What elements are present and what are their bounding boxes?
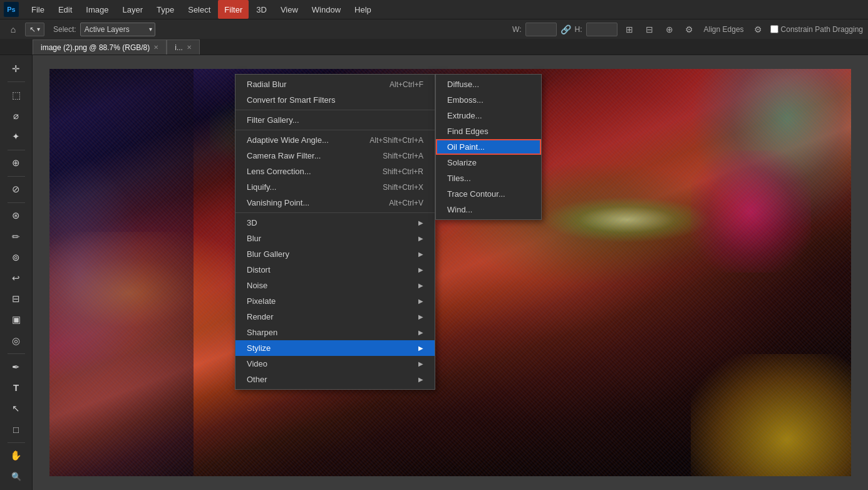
filter-distort[interactable]: Distort ▶ xyxy=(235,262,435,278)
filter-section-2: Filter Gallery... xyxy=(235,110,435,130)
options-icon-2[interactable]: ⊟ xyxy=(641,21,658,38)
crop-tool[interactable]: ⊕ xyxy=(6,154,26,173)
filter-lens-correction[interactable]: Lens Correction... Shift+Ctrl+R xyxy=(235,164,435,179)
eyedropper-tool[interactable]: ⊘ xyxy=(6,180,26,199)
hand-tool[interactable]: ✋ xyxy=(6,446,26,466)
rectangle-tool[interactable]: □ xyxy=(6,420,26,439)
filter-menu[interactable]: Radial Blur Alt+Ctrl+F Convert for Smart… xyxy=(235,74,435,390)
move-tool[interactable]: ✛ xyxy=(6,59,26,78)
w-label: W: xyxy=(512,25,521,34)
main-area: ✛ ⬚ ⌀ ✦ ⊕ ⊘ ⊛ ✏ ⊚ ↩ ⊟ ▣ ◎ ✒ T ↖ □ ✋ 🔍 xyxy=(0,55,868,490)
tool-options-arrows[interactable]: ↖ ▾ xyxy=(25,23,44,36)
app-logo: Ps xyxy=(3,1,20,18)
width-field[interactable] xyxy=(525,23,557,36)
doc-tab-1[interactable]: image (2).png @ 88.7% (RGB/8) ✕ xyxy=(33,39,167,55)
filter-video[interactable]: Video ▶ xyxy=(235,356,435,372)
filter-sharpen[interactable]: Sharpen ▶ xyxy=(235,325,435,340)
menu-file[interactable]: File xyxy=(25,0,51,19)
magic-wand-tool[interactable]: ✦ xyxy=(6,127,26,146)
filter-section-4: 3D ▶ Blur ▶ Blur Gallery ▶ Distort ▶ xyxy=(235,213,435,389)
h-label: H: xyxy=(575,25,582,34)
menu-window[interactable]: Window xyxy=(306,0,347,19)
filter-other[interactable]: Other ▶ xyxy=(235,372,435,387)
menu-edit[interactable]: Edit xyxy=(52,0,78,19)
type-tool[interactable]: T xyxy=(6,378,26,397)
zoom-tool[interactable]: 🔍 xyxy=(6,467,26,486)
filter-convert-smart[interactable]: Convert for Smart Filters xyxy=(235,92,435,108)
menu-type[interactable]: Type xyxy=(150,0,180,19)
filter-gallery[interactable]: Filter Gallery... xyxy=(235,112,435,128)
spot-healing-tool[interactable]: ⊛ xyxy=(6,206,26,226)
menu-bar: Ps File Edit Image Layer Type Select Fil… xyxy=(0,0,868,19)
pen-tool[interactable]: ✒ xyxy=(6,357,26,377)
stylize-oil-paint[interactable]: Oil Paint... xyxy=(436,139,541,155)
stylize-wind[interactable]: Wind... xyxy=(436,202,541,217)
filter-3d[interactable]: 3D ▶ xyxy=(235,215,435,231)
gradient-tool[interactable]: ▣ xyxy=(6,310,26,330)
filter-section-1: Radial Blur Alt+Ctrl+F Convert for Smart… xyxy=(235,75,435,110)
eraser-tool[interactable]: ⊟ xyxy=(6,289,26,309)
menu-3d[interactable]: 3D xyxy=(250,0,273,19)
filter-blur-gallery[interactable]: Blur Gallery ▶ xyxy=(235,246,435,262)
filter-section-3: Adaptive Wide Angle... Alt+Shift+Ctrl+A … xyxy=(235,130,435,213)
menu-layer[interactable]: Layer xyxy=(116,0,150,19)
constrain-path-checkbox[interactable] xyxy=(770,25,778,33)
link-icon[interactable]: 🔗 xyxy=(561,24,571,34)
constrain-path-label: Constrain Path Dragging xyxy=(781,25,863,34)
path-select-tool[interactable]: ↖ xyxy=(6,399,26,418)
menu-view[interactable]: View xyxy=(274,0,304,19)
options-bar: ⌂ ↖ ▾ Select: Active Layers W: 🔗 H: ⊞ ⊟ … xyxy=(0,19,868,39)
filter-adaptive-wide[interactable]: Adaptive Wide Angle... Alt+Shift+Ctrl+A xyxy=(235,132,435,148)
height-field[interactable] xyxy=(586,23,617,36)
marquee-tool[interactable]: ⬚ xyxy=(6,85,26,105)
tool-separator-5 xyxy=(8,353,25,354)
menu-help[interactable]: Help xyxy=(348,0,378,19)
history-brush-tool[interactable]: ↩ xyxy=(6,268,26,288)
select-label: Select: xyxy=(53,25,76,34)
stylize-diffuse[interactable]: Diffuse... xyxy=(436,76,541,92)
align-edges-label: Align Edges xyxy=(701,25,747,34)
home-button[interactable]: ⌂ xyxy=(5,21,21,38)
filter-blur[interactable]: Blur ▶ xyxy=(235,231,435,246)
select-dropdown[interactable]: Active Layers xyxy=(80,23,155,36)
menu-select[interactable]: Select xyxy=(182,0,217,19)
tool-separator-3 xyxy=(8,176,25,177)
stylize-submenu[interactable]: Diffuse... Emboss... Extrude... Find Edg… xyxy=(435,74,542,220)
dodge-tool[interactable]: ◎ xyxy=(6,331,26,350)
constrain-path-area: Constrain Path Dragging xyxy=(770,25,863,34)
menu-image[interactable]: Image xyxy=(80,0,115,19)
stylize-solarize[interactable]: Solarize xyxy=(436,155,541,170)
tool-separator-2 xyxy=(8,150,25,150)
doc-tab-1-close[interactable]: ✕ xyxy=(153,44,158,51)
options-icon-3[interactable]: ⊕ xyxy=(661,21,678,38)
brush-tool[interactable]: ✏ xyxy=(6,227,26,246)
filter-noise[interactable]: Noise ▶ xyxy=(235,278,435,293)
settings-gear-icon[interactable]: ⚙ xyxy=(750,21,767,38)
options-icon-4[interactable]: ⚙ xyxy=(681,21,698,38)
doc-tab-2-close[interactable]: ✕ xyxy=(187,44,192,51)
tool-separator-6 xyxy=(8,442,25,443)
stylize-tiles[interactable]: Tiles... xyxy=(436,170,541,186)
tool-separator-4 xyxy=(8,202,25,203)
clone-stamp-tool[interactable]: ⊚ xyxy=(6,248,26,267)
stylize-trace-contour[interactable]: Trace Contour... xyxy=(436,186,541,202)
filter-radial-blur[interactable]: Radial Blur Alt+Ctrl+F xyxy=(235,76,435,92)
doc-tab-2[interactable]: i... ✕ xyxy=(167,39,200,55)
stylize-find-edges[interactable]: Find Edges xyxy=(436,123,541,139)
lasso-tool[interactable]: ⌀ xyxy=(6,106,26,125)
menu-filter[interactable]: Filter xyxy=(218,0,249,19)
filter-camera-raw[interactable]: Camera Raw Filter... Shift+Ctrl+A xyxy=(235,148,435,164)
filter-stylize[interactable]: Stylize ▶ xyxy=(235,340,435,356)
filter-vanishing-point[interactable]: Vanishing Point... Alt+Ctrl+V xyxy=(235,195,435,211)
stylize-extrude[interactable]: Extrude... xyxy=(436,108,541,123)
left-toolbar: ✛ ⬚ ⌀ ✦ ⊕ ⊘ ⊛ ✏ ⊚ ↩ ⊟ ▣ ◎ ✒ T ↖ □ ✋ 🔍 xyxy=(0,55,33,490)
options-icon-1[interactable]: ⊞ xyxy=(621,21,638,38)
stylize-emboss[interactable]: Emboss... xyxy=(436,92,541,108)
filter-render[interactable]: Render ▶ xyxy=(235,309,435,325)
document-tabs: image (2).png @ 88.7% (RGB/8) ✕ i... ✕ xyxy=(0,39,868,55)
tool-separator-1 xyxy=(8,81,25,82)
filter-liquify[interactable]: Liquify... Shift+Ctrl+X xyxy=(235,179,435,195)
canvas-area: Radial Blur Alt+Ctrl+F Convert for Smart… xyxy=(33,55,868,490)
filter-pixelate[interactable]: Pixelate ▶ xyxy=(235,293,435,309)
